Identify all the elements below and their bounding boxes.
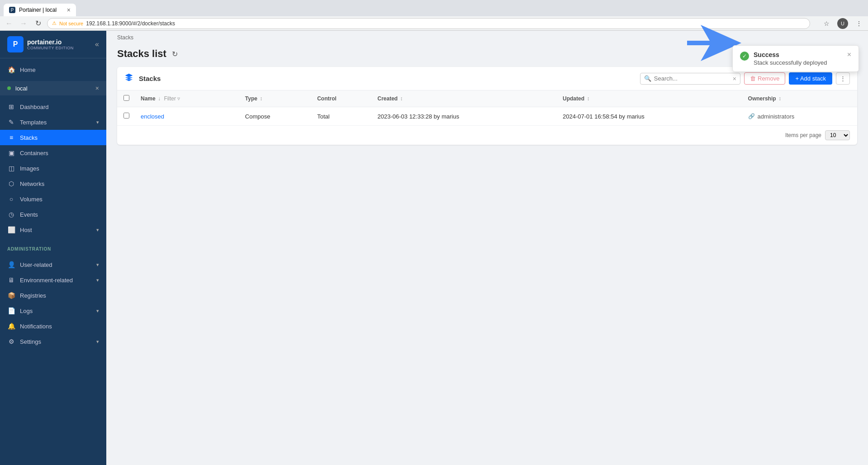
home-icon: 🏠 [7, 66, 15, 73]
row-type-cell: Compose [240, 107, 312, 126]
sidebar-logo: P portainer.io COMMUNITY EDITION [7, 36, 74, 52]
sidebar-item-registries[interactable]: 📦 Registries [0, 288, 106, 303]
main-content: Stacks Stacks list ↻ Stacks 🔍 × [106, 31, 868, 465]
logs-icon: 📄 [7, 307, 15, 314]
env-label: local [15, 85, 91, 92]
env-close-button[interactable]: × [95, 85, 99, 92]
stacks-icon: ≡ [7, 134, 15, 141]
stack-name-link[interactable]: enclosed [141, 113, 164, 120]
images-icon: ◫ [7, 165, 15, 172]
sidebar-item-home[interactable]: 🏠 Home [0, 62, 106, 77]
created-column-header[interactable]: Created ↕ [372, 90, 558, 107]
sidebar-stacks-label: Stacks [20, 134, 99, 141]
logo-text-group: portainer.io COMMUNITY EDITION [27, 38, 74, 50]
sidebar-item-volumes[interactable]: ○ Volumes [0, 191, 106, 207]
sidebar-item-containers[interactable]: ▣ Containers [0, 145, 106, 161]
menu-button[interactable]: ⋮ [854, 18, 864, 29]
ownership-column-header[interactable]: Ownership ↕ [743, 90, 857, 107]
items-per-page-select[interactable]: 10 25 50 100 [825, 130, 850, 140]
ownership-value: administrators [758, 113, 795, 120]
sidebar-settings-label: Settings [20, 338, 92, 345]
sidebar-user-related-label: User-related [20, 261, 92, 268]
toast-container: ✓ Success Stack successfully deployed × [732, 45, 859, 72]
sidebar-networks-label: Networks [20, 180, 99, 187]
admin-section-header: Administration [0, 241, 106, 253]
environment-item[interactable]: local × [0, 81, 106, 95]
profile-button[interactable]: U [837, 18, 848, 29]
sidebar-item-networks[interactable]: ⬡ Networks [0, 176, 106, 191]
name-column-header[interactable]: Name ↓ Filter ▿ [135, 90, 240, 107]
sidebar-item-logs[interactable]: 📄 Logs ▾ [0, 303, 106, 318]
row-control-cell: Total [312, 107, 372, 126]
url-prefix: Not secure [59, 21, 83, 26]
sidebar-item-settings[interactable]: ⚙ Settings ▾ [0, 334, 106, 349]
name-filter-button[interactable]: Filter ▿ [162, 95, 182, 102]
breadcrumb: Stacks [106, 31, 868, 44]
sidebar-item-images[interactable]: ◫ Images [0, 161, 106, 176]
search-input[interactable] [654, 75, 730, 82]
containers-icon: ▣ [7, 149, 15, 157]
sidebar-item-dashboard[interactable]: ⊞ Dashboard [0, 99, 106, 114]
row-name-cell[interactable]: enclosed [135, 107, 240, 126]
sidebar-item-templates[interactable]: ✎ Templates ▾ [0, 114, 106, 130]
sidebar-item-stacks[interactable]: ≡ Stacks [0, 130, 106, 145]
sidebar-item-events[interactable]: ◷ Events [0, 207, 106, 222]
sidebar-admin-nav: 👤 User-related ▾ 🖥 Environment-related ▾… [0, 253, 106, 353]
volumes-icon: ○ [7, 195, 15, 203]
logo-sub: COMMUNITY EDITION [27, 46, 74, 50]
sidebar-item-host[interactable]: ⬜ Host ▾ [0, 222, 106, 237]
bookmark-button[interactable]: ☆ [821, 18, 832, 29]
search-clear-button[interactable]: × [733, 75, 736, 82]
logo-text: portainer.io [27, 38, 74, 46]
sidebar-logs-label: Logs [20, 308, 92, 314]
select-all-header[interactable] [117, 90, 135, 107]
toast-title: Success [754, 51, 843, 58]
row-ownership-cell: 🔗 administrators [743, 107, 857, 126]
updated-column-header[interactable]: Updated ↕ [557, 90, 743, 107]
stacks-table-wrapper: Name ↓ Filter ▿ Type ↕ Control [117, 90, 857, 126]
sidebar-registries-label: Registries [20, 292, 99, 299]
browser-tabs: P Portainer | local × [4, 0, 76, 16]
browser-tab-active[interactable]: P Portainer | local × [4, 4, 76, 16]
add-stack-button[interactable]: + Add stack [789, 72, 832, 85]
created-column-label: Created [378, 95, 398, 102]
refresh-button[interactable]: ↻ [33, 18, 43, 29]
networks-icon: ⬡ [7, 180, 15, 187]
column-toggle-button[interactable]: ⋮ [836, 72, 850, 85]
sidebar-main-nav: 🏠 Home [0, 58, 106, 81]
stacks-table: Name ↓ Filter ▿ Type ↕ Control [117, 90, 857, 126]
name-sort-icon: ↓ [158, 95, 161, 102]
sidebar-images-label: Images [20, 165, 99, 172]
sidebar-notifications-label: Notifications [20, 323, 99, 330]
select-all-checkbox[interactable] [123, 95, 129, 101]
refresh-list-button[interactable]: ↻ [172, 50, 178, 58]
browser-nav-right: ☆ U ⋮ [817, 18, 864, 29]
type-column-header[interactable]: Type ↕ [240, 90, 312, 107]
back-button[interactable]: ← [4, 18, 14, 29]
row-checkbox-cell[interactable] [117, 107, 135, 126]
sidebar-item-user-related[interactable]: 👤 User-related ▾ [0, 257, 106, 272]
sidebar-templates-label: Templates [20, 119, 92, 126]
search-box[interactable]: 🔍 × [640, 73, 740, 85]
card-actions: 🔍 × 🗑 Remove + Add stack ⋮ [640, 72, 850, 85]
forward-button[interactable]: → [18, 18, 29, 29]
tab-close-button[interactable]: × [67, 6, 71, 14]
ownership-icon: 🔗 [748, 113, 755, 119]
row-checkbox-0[interactable] [123, 113, 129, 119]
tab-favicon: P [9, 7, 15, 13]
success-toast: ✓ Success Stack successfully deployed × [732, 45, 859, 72]
ownership-sort-icon: ↕ [778, 95, 781, 102]
settings-expand-icon: ▾ [96, 339, 99, 345]
row-created-cell: 2023-06-03 12:33:28 by marius [372, 107, 558, 126]
tab-title: Portainer | local [19, 7, 57, 13]
host-expand-icon: ▾ [96, 227, 99, 233]
toast-close-button[interactable]: × [847, 51, 851, 58]
add-stack-label: + Add stack [795, 75, 826, 82]
remove-button[interactable]: 🗑 Remove [744, 72, 785, 85]
sidebar-collapse-button[interactable]: « [95, 40, 99, 48]
sidebar-item-environment-related[interactable]: 🖥 Environment-related ▾ [0, 272, 106, 288]
portainer-logo-icon: P [7, 36, 24, 52]
sidebar-item-notifications[interactable]: 🔔 Notifications [0, 318, 106, 334]
items-per-page-label: Items per page [785, 132, 821, 138]
user-related-expand-icon: ▾ [96, 262, 99, 268]
